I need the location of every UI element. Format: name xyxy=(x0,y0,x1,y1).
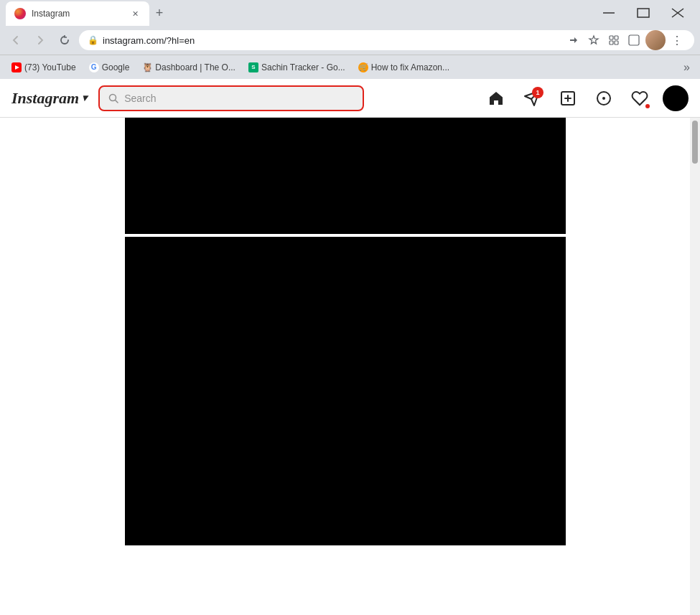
search-placeholder: Search xyxy=(124,93,156,104)
svg-rect-8 xyxy=(615,41,618,44)
profile-avatar-button[interactable] xyxy=(645,30,666,50)
tab-favicon xyxy=(14,8,26,19)
bookmark-youtube-label: (73) YouTube xyxy=(24,62,76,72)
page-content: Instagram ▾ Search xyxy=(0,79,700,615)
instagram-header: Instagram ▾ Search xyxy=(0,79,700,118)
maximize-button[interactable] xyxy=(627,1,660,24)
svg-line-12 xyxy=(116,100,118,103)
address-bar-row: 🔒 instagram.com/?hl=en ⋮ xyxy=(0,26,700,55)
profile-button[interactable] xyxy=(663,85,689,111)
scrollbar-track[interactable] xyxy=(690,118,700,615)
bookmark-google[interactable]: G Google xyxy=(83,60,136,75)
svg-marker-10 xyxy=(15,65,19,70)
sachin-favicon: S xyxy=(248,62,258,72)
home-button[interactable] xyxy=(483,85,509,111)
bookmark-google-label: Google xyxy=(102,62,130,72)
svg-rect-1 xyxy=(638,9,649,17)
bookmark-dashboard[interactable]: 🦉 Dashboard | The O... xyxy=(136,60,241,75)
youtube-favicon xyxy=(11,62,22,72)
explore-icon xyxy=(595,90,612,107)
title-bar: Instagram ✕ + xyxy=(0,0,700,26)
window-controls xyxy=(592,1,694,24)
address-text: instagram.com/?hl=en xyxy=(103,35,561,46)
address-right: ⋮ xyxy=(565,30,686,50)
close-button[interactable] xyxy=(661,1,694,24)
search-icon xyxy=(108,93,118,103)
home-icon xyxy=(487,90,505,107)
chrome-window: Instagram ✕ + xyxy=(0,0,700,615)
bookmark-amazon-label: How to fix Amazon... xyxy=(371,62,449,72)
bookmarks-bar: (73) YouTube G Google 🦉 Dashboard | The … xyxy=(0,55,700,79)
new-post-icon xyxy=(559,90,577,107)
instagram-logo: Instagram ▾ xyxy=(11,89,87,108)
bookmarks-more-button[interactable]: » xyxy=(679,58,694,77)
bookmark-dashboard-label: Dashboard | The O... xyxy=(155,62,235,72)
bookmark-sachin[interactable]: S Sachin Tracker - Go... xyxy=(243,60,351,75)
bookmark-sachin-label: Sachin Tracker - Go... xyxy=(261,62,345,72)
minimize-button[interactable] xyxy=(592,1,625,24)
extensions-icon[interactable] xyxy=(605,32,622,49)
forward-button[interactable] xyxy=(30,30,50,50)
amazon-favicon: 🛒 xyxy=(358,62,368,72)
google-favicon: G xyxy=(89,62,99,72)
title-bar-left: Instagram ✕ + xyxy=(6,1,589,25)
reload-button[interactable] xyxy=(55,30,75,50)
browser-menu-button[interactable]: ⋮ xyxy=(668,31,686,50)
active-tab[interactable]: Instagram ✕ xyxy=(6,1,149,26)
search-box[interactable]: Search xyxy=(98,85,364,111)
header-right: 1 xyxy=(483,85,689,111)
lock-icon: 🔒 xyxy=(88,35,98,45)
scrollbar-thumb[interactable] xyxy=(692,121,698,164)
address-bar[interactable]: 🔒 instagram.com/?hl=en ⋮ xyxy=(79,30,694,50)
instagram-logo-text: Instagram xyxy=(11,89,79,108)
svg-point-17 xyxy=(602,97,605,100)
page-body xyxy=(0,118,700,615)
content-block-1 xyxy=(125,118,566,234)
svg-rect-7 xyxy=(610,41,613,44)
bookmark-amazon[interactable]: 🛒 How to fix Amazon... xyxy=(353,60,455,75)
new-tab-button[interactable]: + xyxy=(149,3,169,23)
logo-chevron-icon[interactable]: ▾ xyxy=(82,92,87,104)
bookmark-youtube[interactable]: (73) YouTube xyxy=(6,60,82,75)
svg-marker-4 xyxy=(589,36,598,44)
svg-rect-5 xyxy=(610,36,613,39)
svg-rect-6 xyxy=(615,36,618,39)
direct-messages-button[interactable]: 1 xyxy=(519,85,545,111)
content-block-2 xyxy=(125,237,566,545)
svg-rect-9 xyxy=(629,35,639,45)
bookmark-star-icon[interactable] xyxy=(585,32,602,49)
owl-favicon: 🦉 xyxy=(142,62,152,72)
search-box-wrapper: Search xyxy=(98,85,364,111)
heart-dot-indicator xyxy=(645,104,650,108)
new-post-button[interactable] xyxy=(555,85,581,111)
tab-close-button[interactable]: ✕ xyxy=(129,8,141,19)
explore-button[interactable] xyxy=(591,85,617,111)
share-icon[interactable] xyxy=(565,32,582,49)
main-content[interactable] xyxy=(0,118,690,615)
activity-button[interactable] xyxy=(627,85,653,111)
tab-search-icon[interactable] xyxy=(625,32,643,49)
tab-title: Instagram xyxy=(32,9,123,19)
back-button[interactable] xyxy=(6,30,26,50)
notification-badge: 1 xyxy=(532,87,543,98)
